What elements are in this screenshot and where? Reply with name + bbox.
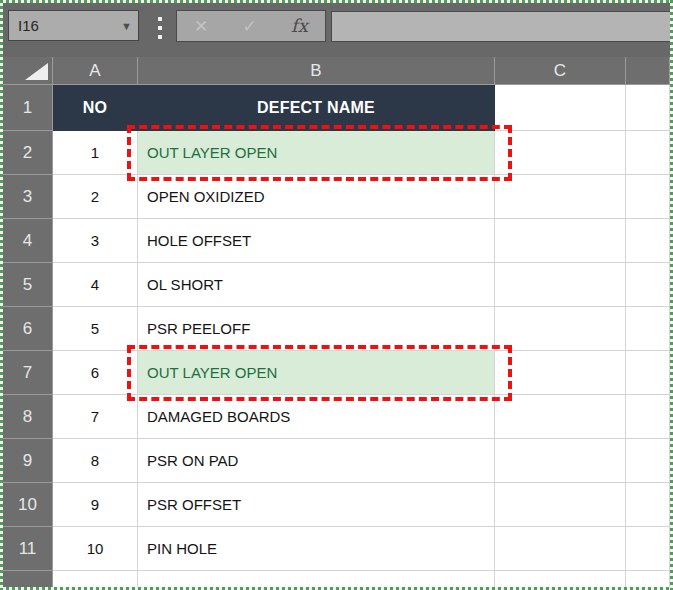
- cancel-icon[interactable]: ✕: [194, 18, 208, 35]
- cell-a5[interactable]: 4: [53, 263, 138, 307]
- cell-c9[interactable]: [495, 439, 626, 483]
- cell-b5[interactable]: OL SHORT: [138, 263, 495, 307]
- cell-c8[interactable]: [495, 395, 626, 439]
- cell-d6[interactable]: [626, 307, 670, 351]
- insert-function-icon[interactable]: fx: [291, 17, 308, 35]
- formula-button-group: ✕ ✓ fx: [176, 10, 326, 42]
- cell-text: OUT LAYER OPEN: [147, 364, 277, 381]
- cell-b6[interactable]: PSR PEELOFF: [138, 307, 495, 351]
- worksheet-grid: A B C 1 NO DEFECT NAME 2 1 OUT LAYER OPE…: [3, 57, 670, 587]
- chevron-down-icon[interactable]: ▼: [121, 20, 132, 32]
- cell-b4[interactable]: HOLE OFFSET: [138, 219, 495, 263]
- cell-d8[interactable]: [626, 395, 670, 439]
- cell-b1-defect-name-header[interactable]: DEFECT NAME: [138, 85, 495, 131]
- cell-b9[interactable]: PSR ON PAD: [138, 439, 495, 483]
- cell-b12-partial[interactable]: [138, 571, 495, 587]
- cell-d4[interactable]: [626, 219, 670, 263]
- selection-ants-left: [0, 0, 3, 590]
- row-header-7[interactable]: 7: [3, 351, 53, 395]
- cell-c4[interactable]: [495, 219, 626, 263]
- cell-b7-highlighted[interactable]: OUT LAYER OPEN: [138, 351, 495, 395]
- select-all-button[interactable]: [3, 57, 53, 85]
- name-box[interactable]: I16 ▼: [8, 10, 139, 41]
- row-header-12-partial[interactable]: [3, 571, 53, 587]
- cell-d3[interactable]: [626, 175, 670, 219]
- cell-b11[interactable]: PIN HOLE: [138, 527, 495, 571]
- cell-d5[interactable]: [626, 263, 670, 307]
- cell-a8[interactable]: 7: [53, 395, 138, 439]
- cell-a11[interactable]: 10: [53, 527, 138, 571]
- cell-c6[interactable]: [495, 307, 626, 351]
- column-header-partial[interactable]: [626, 57, 670, 85]
- cell-c3[interactable]: [495, 175, 626, 219]
- column-header-c[interactable]: C: [495, 57, 626, 85]
- row-header-9[interactable]: 9: [3, 439, 53, 483]
- cell-text: OUT LAYER OPEN: [147, 144, 277, 161]
- cell-d9[interactable]: [626, 439, 670, 483]
- selection-ants-top: [0, 0, 673, 3]
- cell-c1[interactable]: [495, 85, 626, 131]
- cell-d12-partial[interactable]: [626, 571, 670, 587]
- enter-icon[interactable]: ✓: [243, 18, 257, 35]
- cell-b3[interactable]: OPEN OXIDIZED: [138, 175, 495, 219]
- drag-handle-icon[interactable]: [156, 17, 163, 39]
- cell-c12-partial[interactable]: [495, 571, 626, 587]
- column-header-a[interactable]: A: [53, 57, 138, 85]
- cell-b2-highlighted[interactable]: OUT LAYER OPEN: [138, 131, 495, 175]
- column-header-b[interactable]: B: [138, 57, 495, 85]
- cell-c5[interactable]: [495, 263, 626, 307]
- row-header-11[interactable]: 11: [3, 527, 53, 571]
- cell-a12-partial[interactable]: [53, 571, 138, 587]
- cell-a1-no-header[interactable]: NO: [53, 85, 138, 131]
- row-header-4[interactable]: 4: [3, 219, 53, 263]
- cell-b10[interactable]: PSR OFFSET: [138, 483, 495, 527]
- cell-a10[interactable]: 9: [53, 483, 138, 527]
- cell-a9[interactable]: 8: [53, 439, 138, 483]
- row-header-2[interactable]: 2: [3, 131, 53, 175]
- select-all-triangle-icon: [25, 63, 48, 80]
- cell-a2[interactable]: 1: [53, 131, 138, 175]
- row-header-1[interactable]: 1: [3, 85, 53, 131]
- cell-c11[interactable]: [495, 527, 626, 571]
- cell-a7[interactable]: 6: [53, 351, 138, 395]
- cell-c2[interactable]: [495, 131, 626, 175]
- row-header-6[interactable]: 6: [3, 307, 53, 351]
- spreadsheet-window: I16 ▼ ✕ ✓ fx A B C 1 NO DEFECT NAME 2 1 …: [0, 0, 673, 590]
- cell-a3[interactable]: 2: [53, 175, 138, 219]
- cell-d7[interactable]: [626, 351, 670, 395]
- cell-d11[interactable]: [626, 527, 670, 571]
- row-header-10[interactable]: 10: [3, 483, 53, 527]
- cell-b8[interactable]: DAMAGED BOARDS: [138, 395, 495, 439]
- row-header-3[interactable]: 3: [3, 175, 53, 219]
- cell-c10[interactable]: [495, 483, 626, 527]
- cell-d1[interactable]: [626, 85, 670, 131]
- row-header-5[interactable]: 5: [3, 263, 53, 307]
- cell-c7[interactable]: [495, 351, 626, 395]
- cell-a6[interactable]: 5: [53, 307, 138, 351]
- cell-d2[interactable]: [626, 131, 670, 175]
- cell-a4[interactable]: 3: [53, 219, 138, 263]
- row-header-8[interactable]: 8: [3, 395, 53, 439]
- cell-d10[interactable]: [626, 483, 670, 527]
- name-box-value: I16: [18, 17, 121, 34]
- formula-bar[interactable]: [331, 11, 670, 42]
